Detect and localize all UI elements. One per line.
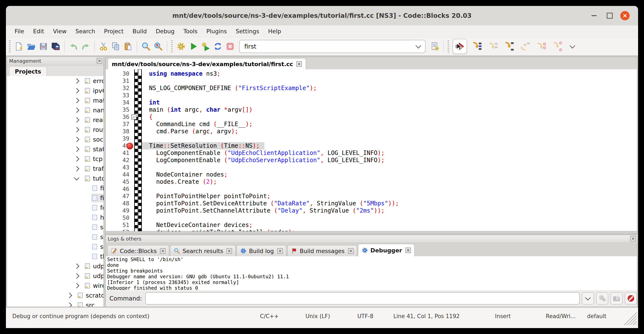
menu-plugins[interactable]: Plugins [202, 26, 232, 37]
expand-arrow-icon[interactable] [74, 146, 79, 152]
open-file-button[interactable] [25, 40, 37, 53]
code-line-30[interactable]: 30using namespace ns3; [106, 70, 637, 77]
close-tab-icon[interactable] [277, 248, 283, 254]
menu-view[interactable]: View [48, 26, 71, 37]
build-target-combo[interactable]: first [239, 40, 426, 53]
tree-item-scratch[interactable]: scratch [7, 290, 104, 300]
tree-item-fif[interactable]: fif [7, 183, 104, 193]
log-tab-build-messages[interactable]: Build messages [287, 245, 357, 256]
toolbar-grip[interactable] [171, 40, 173, 53]
collapse-arrow-icon[interactable] [74, 175, 79, 180]
replace-button[interactable]: R [152, 40, 164, 53]
line-number[interactable]: 33 [106, 92, 129, 99]
stop-debugger-button[interactable] [625, 292, 637, 304]
fold-marker-icon[interactable]: – [132, 114, 136, 120]
menu-build[interactable]: Build [128, 26, 151, 37]
line-number[interactable]: 34 [106, 99, 129, 106]
code-line-32[interactable]: 32NS_LOG_COMPONENT_DEFINE ("FirstScriptE… [106, 85, 637, 92]
line-number[interactable]: 46 [106, 185, 129, 193]
line-number[interactable]: 37 [106, 121, 129, 128]
maximize-button[interactable] [605, 11, 614, 20]
expand-arrow-icon[interactable] [67, 302, 72, 307]
close-editor-tab-button[interactable] [296, 61, 302, 67]
code-line-38[interactable]: 38 cmd.Parse (argc, argv); [106, 128, 637, 135]
run-to-cursor-button[interactable] [470, 39, 483, 54]
line-number[interactable]: 51 [106, 221, 129, 229]
minimize-button[interactable] [590, 11, 599, 20]
line-number[interactable]: 32 [106, 85, 129, 92]
line-number[interactable]: 52 [106, 229, 129, 231]
tree-item-src[interactable]: src [7, 300, 104, 307]
line-number[interactable]: 30 [106, 70, 129, 77]
editor-horizontal-scrollbar[interactable] [106, 231, 637, 234]
copy-button[interactable] [110, 40, 122, 53]
step-out-button[interactable] [518, 39, 531, 54]
menu-project[interactable]: Project [100, 26, 128, 37]
redo-button[interactable] [80, 40, 92, 53]
code-area[interactable]: 30using namespace ns3;3132NS_LOG_COMPONE… [106, 69, 637, 231]
tree-item-se[interactable]: se [7, 222, 104, 232]
new-file-button[interactable] [13, 40, 25, 53]
save-all-button[interactable] [50, 40, 62, 53]
code-line-35[interactable]: 35main (int argc, char *argv[]) [106, 106, 637, 113]
expand-arrow-icon[interactable] [74, 78, 79, 84]
menu-tools[interactable]: Tools [179, 26, 202, 37]
tree-item-ipv6[interactable]: ipv6 [7, 86, 104, 96]
log-tab-code-blocks[interactable]: Code::Blocks [107, 245, 169, 256]
code-line-47[interactable]: 47 PointToPointHelper pointToPoint; [106, 193, 637, 200]
line-number[interactable]: 50 [106, 214, 129, 221]
line-number[interactable]: 47 [106, 193, 129, 200]
breakpoint-icon[interactable] [126, 143, 133, 149]
build-button[interactable] [175, 40, 187, 53]
menu-edit[interactable]: Edit [28, 26, 48, 37]
code-line-34[interactable]: 34int [106, 99, 637, 106]
expand-arrow-icon[interactable] [74, 107, 79, 113]
line-number[interactable]: 45 [106, 178, 129, 185]
code-line-51[interactable]: 51 NetDeviceContainer devices; [106, 221, 637, 229]
command-input[interactable] [145, 292, 580, 304]
run-button[interactable] [187, 40, 200, 53]
debug-continue-button[interactable] [452, 39, 467, 54]
rebuild-button[interactable] [212, 40, 224, 53]
line-number[interactable]: 39 [106, 135, 129, 142]
command-history-dropdown[interactable] [582, 292, 594, 304]
close-logs-button[interactable] [630, 236, 636, 241]
tab-projects[interactable]: Projects [9, 66, 47, 77]
tree-item-rout[interactable]: rout [7, 125, 104, 135]
find-button[interactable] [140, 40, 152, 53]
tree-item-trafl[interactable]: trafl [7, 164, 104, 174]
code-line-43[interactable]: 43 [106, 164, 637, 171]
toolbar-grip[interactable] [9, 40, 10, 53]
menu-settings[interactable]: Settings [232, 26, 264, 37]
line-number[interactable]: 38 [106, 128, 129, 135]
expand-arrow-icon[interactable] [74, 137, 79, 142]
editor-tab-first-cc[interactable]: mnt/dev/tools/source/ns-3-dev/examples/t… [108, 58, 306, 70]
line-number[interactable]: 43 [106, 164, 129, 171]
expand-arrow-icon[interactable] [74, 98, 79, 103]
step-into-button[interactable] [502, 39, 515, 54]
line-number[interactable]: 40 [106, 142, 129, 149]
log-tab-debugger[interactable]: Debugger [358, 244, 415, 256]
expand-arrow-icon[interactable] [74, 283, 79, 288]
title-bar[interactable]: mnt/dev/tools/source/ns-3-dev/examples/t… [6, 6, 638, 26]
info-button[interactable] [610, 292, 622, 304]
line-number[interactable]: 48 [106, 200, 129, 207]
abort-build-button[interactable] [224, 40, 236, 53]
code-line-50[interactable]: 50 [106, 214, 637, 221]
expand-arrow-icon[interactable] [74, 263, 79, 269]
toolbar-grip[interactable] [448, 40, 449, 53]
line-number[interactable]: 42 [106, 157, 129, 164]
line-number[interactable]: 35 [106, 106, 129, 113]
undo-button[interactable] [67, 40, 80, 53]
expand-arrow-icon[interactable] [74, 127, 79, 132]
tree-item-udp[interactable]: udp [7, 261, 104, 271]
expand-arrow-icon[interactable] [67, 293, 72, 298]
tree-item-tuto[interactable]: tuto [7, 174, 104, 183]
tree-item-he[interactable]: he [7, 213, 104, 222]
code-line-48[interactable]: 48 pointToPoint.SetDeviceAttribute ("Dat… [106, 200, 637, 207]
menu-help[interactable]: Help [264, 26, 286, 37]
code-line-42[interactable]: 42 LogComponentEnable ("UdpEchoServerApp… [106, 157, 637, 164]
log-tab-search-results[interactable]: Search results [170, 245, 236, 256]
code-line-40[interactable]: 40Time::SetResolution (Time::NS); [106, 142, 637, 149]
save-button[interactable] [37, 40, 50, 53]
